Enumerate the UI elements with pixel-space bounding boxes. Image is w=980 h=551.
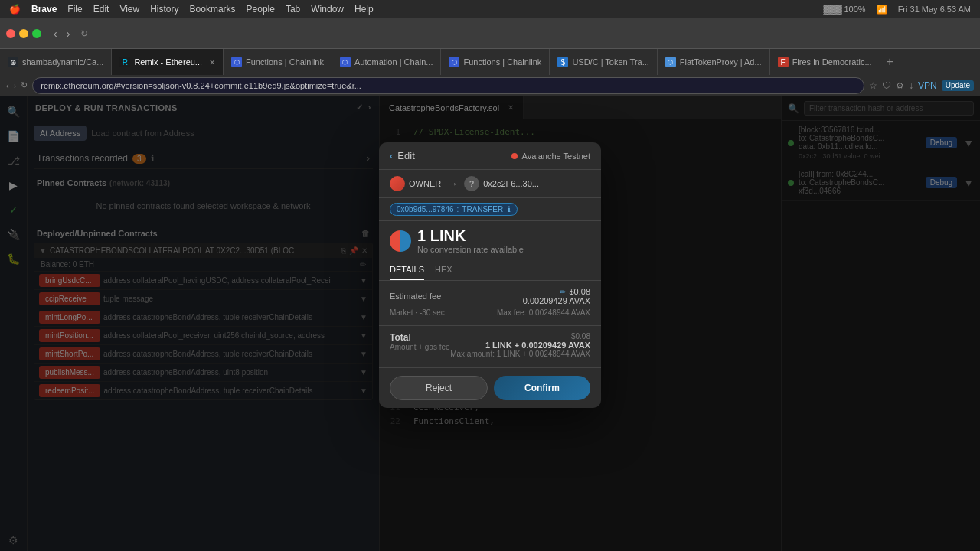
fee-avax: 0.00209429 AVAX [523,296,590,305]
token-amount: 1 LINK [417,227,524,245]
modal-tab-details[interactable]: DETAILS [390,260,424,280]
tab-automation[interactable]: ⬡ Automation | Chain... [332,49,442,75]
apple-menu[interactable]: 🍎 [9,4,21,15]
to-avatar: ? [464,176,479,191]
bookmarks-menu[interactable]: Bookmarks [190,4,236,15]
vpn-icon[interactable]: VPN [918,80,937,91]
history-menu[interactable]: History [150,4,178,15]
from-address: OWNER [390,176,441,191]
mac-bar: 🍎 Brave File Edit View History Bookmarks… [0,0,980,18]
view-menu[interactable]: View [119,4,139,15]
fee-row-sub: Market · -30 sec Max fee: 0.00248944 AVA… [390,307,590,318]
tx-type: TRANSFER [462,205,503,214]
wifi-icon: 📶 [877,5,887,15]
tab-github[interactable]: ⊛ shambadynamic/Ca... [0,49,112,75]
token-icon [390,230,411,252]
help-menu[interactable]: Help [354,4,374,15]
file-menu[interactable]: File [67,4,82,15]
shield-icon[interactable]: 🛡 [882,80,891,91]
fee-section: Estimated fee ✏ $0.08 0.00209429 AVAX Ma… [379,281,601,326]
tx-hash-pill[interactable]: 0x0b9d5...97846 : TRANSFER ℹ [390,203,518,216]
modal-overlay: ‹ Edit Avalanche Testnet OWNER → ? 0x2c2… [0,96,980,551]
fee-usd: $0.08 [569,287,590,296]
modal-tab-hex[interactable]: HEX [435,260,452,280]
from-label: OWNER [409,179,441,188]
tab-usdc[interactable]: $ USD/C | Token Tra... [550,49,657,75]
fee-row-main: Estimated fee ✏ $0.08 0.00209429 AVAX [390,287,590,305]
fee-edit-icon[interactable]: ✏ [560,288,566,296]
modal-dialog: ‹ Edit Avalanche Testnet OWNER → ? 0x2c2… [379,142,601,408]
download-icon[interactable]: ↓ [909,80,913,91]
traffic-lights [6,29,41,38]
url-forward[interactable]: › [14,81,17,90]
total-left: Total Amount + gas fee [390,332,450,358]
modal-network: Avalanche Testnet [511,152,591,161]
total-label: Total [390,332,450,343]
tab-functions2[interactable]: ⬡ Functions | Chainlink [441,49,550,75]
modal-header: ‹ Edit Avalanche Testnet [379,142,601,170]
total-section: Total Amount + gas fee $0.08 1 LINK + 0.… [379,326,601,368]
browser-tabs: ⊛ shambadynamic/Ca... R Remix - Ethereu.… [0,49,980,75]
tx-colon: : [457,205,459,214]
main-layout: 🔍 📄 ⎇ ▶ ✓ 🔌 🐛 ⚙ DEPLOY & RUN TRANSACTION… [0,96,980,551]
brave-menu[interactable]: Brave [31,4,57,15]
new-tab-button[interactable]: + [880,55,900,69]
confirm-button[interactable]: Confirm [494,376,590,400]
market-refresh-label: Market · -30 sec [390,308,445,317]
modal-from-to: OWNER → ? 0x2c2F6...30... [379,170,601,198]
modal-back-icon[interactable]: ‹ [390,150,393,161]
people-menu[interactable]: People [247,4,275,15]
total-value: 1 LINK + 0.00209429 AVAX [450,341,590,350]
tab-functions1[interactable]: ⬡ Functions | Chainlink [224,49,332,75]
total-usd: $0.08 [450,332,590,341]
maximize-button[interactable] [32,29,41,38]
tab-news[interactable]: F Fires in Democratic... [770,49,880,75]
forward-button[interactable]: › [64,26,74,41]
tab-remix[interactable]: R Remix - Ethereu... ✕ [112,49,224,75]
modal-title: Edit [397,150,414,161]
tab-fiattoken[interactable]: ⬡ FiatTokenProxy | Ad... [658,49,770,75]
url-refresh[interactable]: ↻ [21,80,28,90]
update-badge[interactable]: Update [942,80,974,91]
transfer-arrow-icon: → [447,178,458,190]
bookmark-icon[interactable]: ☆ [869,80,877,91]
refresh-button[interactable]: ↻ [80,28,88,39]
total-row: Total Amount + gas fee $0.08 1 LINK + 0.… [390,332,590,358]
modal-header-left: ‹ Edit [390,150,415,161]
back-button[interactable]: ‹ [51,26,60,41]
tab-close-remix[interactable]: ✕ [209,58,215,67]
amount-gas-label: Amount + gas fee [390,343,450,351]
max-amount-label: Max amount: 1 LINK + 0.00248944 AVAX [450,350,590,358]
url-back[interactable]: ‹ [6,81,9,90]
from-avatar [390,176,405,191]
total-right: $0.08 1 LINK + 0.00209429 AVAX Max amoun… [450,332,590,358]
token-info: 1 LINK No conversion rate available [417,227,524,254]
fee-value-block: ✏ $0.08 0.00209429 AVAX [523,287,590,305]
network-status-dot [511,153,518,159]
max-fee-block: Max fee: 0.00248944 AVAX [497,307,590,318]
close-button[interactable] [6,29,15,38]
window-menu[interactable]: Window [311,4,344,15]
url-icons: ☆ 🛡 ⚙ ↓ VPN Update [869,80,974,91]
to-address: ? 0x2c2F6...30... [464,176,539,191]
tx-hash-row: 0x0b9d5...97846 : TRANSFER ℹ [379,198,601,221]
minimize-button[interactable] [19,29,28,38]
no-rate-label: No conversion rate available [417,245,524,254]
mac-menu: 🍎 Brave File Edit View History Bookmarks… [9,4,374,15]
edit-menu[interactable]: Edit [93,4,109,15]
modal-actions: Reject Confirm [379,368,601,408]
tx-info-icon[interactable]: ℹ [508,205,511,214]
navigation-buttons: ‹ › [51,26,73,41]
datetime: Fri 31 May 6:53 AM [898,5,971,15]
tab-menu[interactable]: Tab [286,4,300,15]
to-label: 0x2c2F6...30... [483,179,539,188]
max-fee-value: 0.00248944 AVAX [529,308,590,317]
settings-icon[interactable]: ⚙ [896,80,904,91]
mac-system-icons: ▓▓▓ 100% 📶 Fri 31 May 6:53 AM [823,5,971,15]
fee-label: Estimated fee [390,292,441,301]
tx-hash-value: 0x0b9d5...97846 [397,205,454,214]
reject-button[interactable]: Reject [390,376,488,400]
modal-network-label: Avalanche Testnet [522,152,591,161]
modal-tabs: DETAILS HEX [379,260,601,281]
url-input[interactable] [32,77,864,94]
